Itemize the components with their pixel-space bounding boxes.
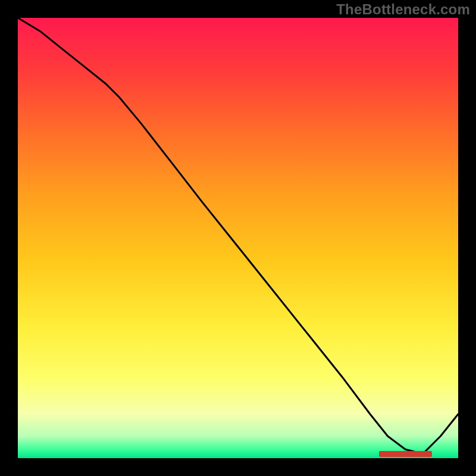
chart-frame: TheBottleneck.com — [0, 0, 476, 476]
bottleneck-curve — [18, 18, 458, 454]
minimum-marker — [379, 451, 432, 457]
watermark-text: TheBottleneck.com — [336, 1, 470, 18]
curve-svg — [18, 18, 458, 458]
plot-area — [18, 18, 458, 458]
